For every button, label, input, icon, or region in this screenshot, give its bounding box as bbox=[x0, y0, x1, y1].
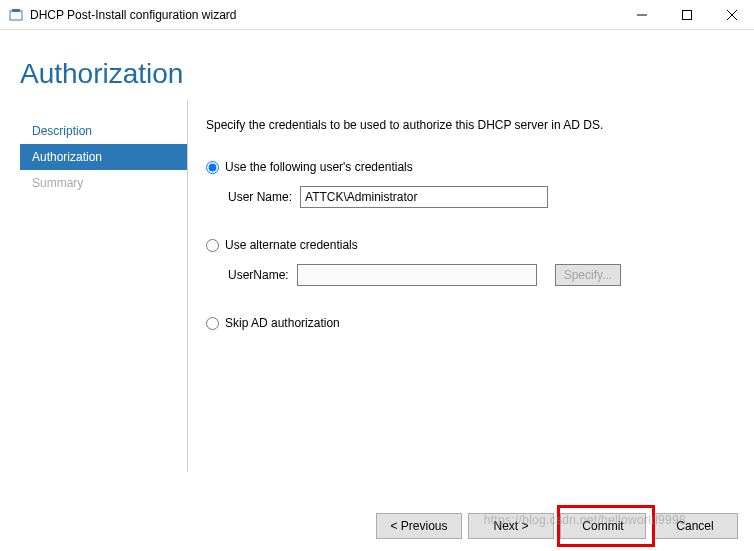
sidebar-item-summary: Summary bbox=[20, 170, 187, 196]
window-title: DHCP Post-Install configuration wizard bbox=[30, 8, 619, 22]
option-skip-authorization: Skip AD authorization bbox=[206, 316, 734, 330]
maximize-button[interactable] bbox=[664, 0, 709, 30]
label-skip-authorization: Skip AD authorization bbox=[225, 316, 340, 330]
radio-alternate-credentials[interactable] bbox=[206, 239, 219, 252]
label-username-1: User Name: bbox=[228, 190, 292, 204]
wizard-sidebar: Description Authorization Summary bbox=[20, 100, 188, 472]
previous-button[interactable]: < Previous bbox=[376, 513, 462, 539]
minimize-button[interactable] bbox=[619, 0, 664, 30]
close-button[interactable] bbox=[709, 0, 754, 30]
svg-rect-1 bbox=[12, 9, 20, 12]
commit-button[interactable]: Commit bbox=[560, 513, 646, 539]
page-header: Authorization bbox=[0, 30, 754, 100]
svg-rect-0 bbox=[10, 11, 22, 20]
wizard-footer: < Previous Next > Commit Cancel bbox=[376, 513, 738, 539]
titlebar: DHCP Post-Install configuration wizard bbox=[0, 0, 754, 30]
option-alternate-credentials: Use alternate credentials UserName: Spec… bbox=[206, 238, 734, 286]
instruction-text: Specify the credentials to be used to au… bbox=[206, 118, 734, 132]
wizard-content: Specify the credentials to be used to au… bbox=[188, 100, 734, 472]
label-username-2: UserName: bbox=[228, 268, 289, 282]
sidebar-item-authorization[interactable]: Authorization bbox=[20, 144, 187, 170]
window-buttons bbox=[619, 0, 754, 30]
radio-skip-authorization[interactable] bbox=[206, 317, 219, 330]
specify-button: Specify... bbox=[555, 264, 621, 286]
app-icon bbox=[8, 7, 24, 23]
next-button[interactable]: Next > bbox=[468, 513, 554, 539]
radio-following-credentials[interactable] bbox=[206, 161, 219, 174]
label-following-credentials: Use the following user's credentials bbox=[225, 160, 413, 174]
wizard-body: Description Authorization Summary Specif… bbox=[0, 100, 754, 472]
input-username-1[interactable] bbox=[300, 186, 548, 208]
sidebar-item-description[interactable]: Description bbox=[20, 118, 187, 144]
svg-rect-3 bbox=[682, 10, 691, 19]
cancel-button[interactable]: Cancel bbox=[652, 513, 738, 539]
option-following-credentials: Use the following user's credentials Use… bbox=[206, 160, 734, 208]
input-username-2 bbox=[297, 264, 537, 286]
label-alternate-credentials: Use alternate credentials bbox=[225, 238, 358, 252]
page-title: Authorization bbox=[20, 58, 734, 90]
